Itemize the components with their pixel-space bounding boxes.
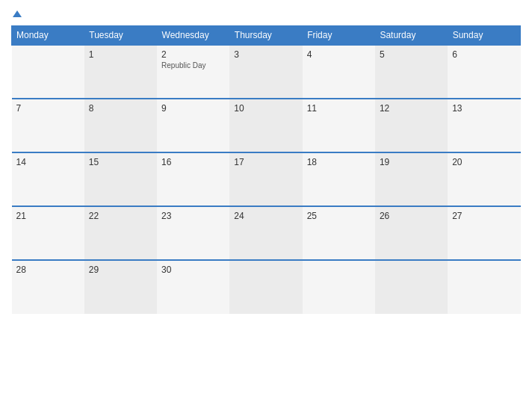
- day-number: 9: [161, 103, 225, 114]
- calendar-table: MondayTuesdayWednesdayThursdayFridaySatu…: [11, 25, 521, 314]
- calendar-cell: 11: [303, 99, 375, 152]
- day-number: 30: [161, 265, 225, 275]
- week-row-5: 282930: [12, 260, 521, 314]
- calendar-cell: 5: [375, 45, 448, 99]
- calendar-cell: 18: [303, 152, 375, 206]
- day-number: 8: [89, 103, 152, 114]
- weekday-header-saturday: Saturday: [375, 26, 448, 46]
- calendar-cell: [448, 260, 520, 314]
- day-number: 18: [307, 157, 371, 167]
- day-number: 4: [307, 49, 371, 60]
- calendar-cell: 1: [84, 45, 157, 99]
- day-number: 16: [161, 157, 225, 167]
- calendar-cell: 19: [375, 152, 448, 206]
- day-number: 21: [16, 211, 80, 221]
- calendar-cell: 8: [84, 99, 157, 152]
- weekday-header-friday: Friday: [303, 26, 375, 46]
- calendar-page: MondayTuesdayWednesdayThursdayFridaySatu…: [0, 0, 532, 411]
- weekday-header-row: MondayTuesdayWednesdayThursdayFridaySatu…: [12, 26, 521, 46]
- calendar-cell: [303, 260, 375, 314]
- calendar-cell: 17: [229, 152, 302, 206]
- calendar-cell: 2Republic Day: [157, 45, 229, 99]
- day-number: 3: [234, 49, 297, 60]
- calendar-cell: 25: [303, 206, 375, 260]
- calendar-header: MondayTuesdayWednesdayThursdayFridaySatu…: [12, 26, 521, 46]
- calendar-cell: 30: [157, 260, 229, 314]
- day-number: 17: [234, 157, 297, 167]
- header: [11, 7, 521, 19]
- day-number: 15: [89, 157, 152, 167]
- calendar-cell: 20: [448, 152, 520, 206]
- calendar-cell: 14: [12, 152, 84, 206]
- week-row-4: 21222324252627: [12, 206, 521, 260]
- calendar-cell: 26: [375, 206, 448, 260]
- day-number: 23: [161, 211, 225, 221]
- day-number: 7: [16, 103, 80, 114]
- weekday-header-thursday: Thursday: [229, 26, 302, 46]
- logo-row: [11, 7, 22, 19]
- calendar-cell: 16: [157, 152, 229, 206]
- calendar-cell: 21: [12, 206, 84, 260]
- day-number: 28: [16, 265, 80, 275]
- day-number: 26: [380, 211, 443, 221]
- day-number: 10: [234, 103, 297, 114]
- calendar-body: 12Republic Day34567891011121314151617181…: [12, 45, 521, 314]
- calendar-cell: 3: [229, 45, 302, 99]
- day-number: 19: [380, 157, 443, 167]
- day-number: 20: [452, 157, 516, 167]
- day-number: 27: [452, 211, 516, 221]
- calendar-cell: [12, 45, 84, 99]
- day-number: 25: [307, 211, 371, 221]
- day-number: 6: [452, 49, 516, 60]
- calendar-cell: 15: [84, 152, 157, 206]
- weekday-header-monday: Monday: [12, 26, 84, 46]
- calendar-cell: 7: [12, 99, 84, 152]
- day-number: 1: [89, 49, 152, 60]
- day-number: 22: [89, 211, 152, 221]
- weekday-header-wednesday: Wednesday: [157, 26, 229, 46]
- holiday-name: Republic Day: [161, 61, 225, 69]
- day-number: 5: [380, 49, 443, 60]
- week-row-3: 14151617181920: [12, 152, 521, 206]
- calendar-cell: 24: [229, 206, 302, 260]
- logo-triangle-icon: [13, 10, 22, 17]
- calendar-cell: 29: [84, 260, 157, 314]
- day-number: 11: [307, 103, 371, 114]
- calendar-cell: 28: [12, 260, 84, 314]
- day-number: 13: [452, 103, 516, 114]
- day-number: 24: [234, 211, 297, 221]
- calendar-cell: 27: [448, 206, 520, 260]
- calendar-cell: [375, 260, 448, 314]
- calendar-cell: 4: [303, 45, 375, 99]
- calendar-cell: [229, 260, 302, 314]
- week-row-2: 78910111213: [12, 99, 521, 152]
- calendar-cell: 22: [84, 206, 157, 260]
- day-number: 29: [89, 265, 152, 275]
- calendar-cell: 6: [448, 45, 520, 99]
- week-row-1: 12Republic Day3456: [12, 45, 521, 99]
- calendar-cell: 12: [375, 99, 448, 152]
- calendar-cell: 23: [157, 206, 229, 260]
- logo: [11, 7, 22, 19]
- calendar-cell: 10: [229, 99, 302, 152]
- day-number: 2: [161, 49, 225, 60]
- weekday-header-sunday: Sunday: [448, 26, 520, 46]
- weekday-header-tuesday: Tuesday: [84, 26, 157, 46]
- day-number: 12: [380, 103, 443, 114]
- calendar-cell: 13: [448, 99, 520, 152]
- calendar-cell: 9: [157, 99, 229, 152]
- day-number: 14: [16, 157, 80, 167]
